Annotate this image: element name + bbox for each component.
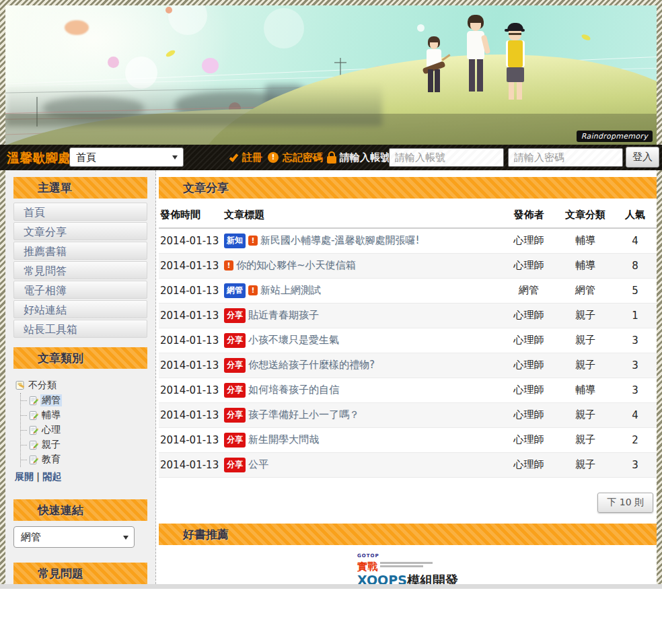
quick-links-select[interactable]: 網管 bbox=[13, 526, 135, 548]
articles-tbody: 2014-01-13 新知!新民國小輔導處-溫馨歇腳處開張囉! 心理師 輔導 4… bbox=[159, 228, 657, 477]
article-row: 2014-01-13 分享公平 心理師 親子 3 bbox=[159, 452, 657, 477]
col-date: 發佈時間 bbox=[159, 202, 223, 228]
bottom-gray-band bbox=[0, 584, 662, 589]
articles-table: 發佈時間 文章標題 發佈者 文章分類 人氣 2014-01-13 新知!新民國小… bbox=[159, 202, 657, 478]
article-row: 2014-01-13 分享你想送給孩子什麼樣的禮物? 心理師 親子 3 bbox=[159, 353, 657, 378]
article-row: 2014-01-13 分享小孩不壞只是愛生氣 心理師 親子 3 bbox=[159, 328, 657, 353]
article-title-link[interactable]: 新站上網測試 bbox=[260, 284, 321, 296]
category-root[interactable]: 不分類 bbox=[15, 378, 147, 393]
category-root-label: 不分類 bbox=[28, 380, 57, 392]
book-title-en: XOOPS bbox=[357, 573, 407, 585]
article-title-link[interactable]: 小孩不壞只是愛生氣 bbox=[248, 334, 339, 346]
category-badge[interactable]: 分享 bbox=[224, 408, 246, 423]
account-input[interactable] bbox=[389, 148, 504, 167]
page: Raindropmemory 溫馨歇腳處 首頁 註冊 ! 忘記密碼 請輸入帳號 … bbox=[0, 0, 662, 644]
sidebar-menu-item[interactable]: 文章分享 bbox=[13, 222, 147, 240]
book-title-zh1: 實戰 bbox=[357, 561, 377, 573]
login-button[interactable]: 登入 bbox=[626, 147, 659, 168]
article-publisher: 心理師 bbox=[501, 353, 557, 378]
article-title-link[interactable]: 公平 bbox=[248, 458, 268, 470]
check-icon bbox=[229, 152, 239, 162]
article-category: 親子 bbox=[557, 452, 614, 477]
category-badge[interactable]: 分享 bbox=[224, 358, 246, 373]
article-category: 親子 bbox=[557, 328, 614, 353]
article-category: 親子 bbox=[557, 427, 614, 452]
article-hits: 8 bbox=[614, 253, 657, 278]
article-title-link[interactable]: 貼近青春期孩子 bbox=[248, 309, 319, 321]
article-date: 2014-01-13 bbox=[159, 228, 223, 253]
article-title-cell: 分享小孩不壞只是愛生氣 bbox=[223, 328, 501, 353]
article-title-cell: !你的知心夥伴~小天使信箱 bbox=[223, 253, 501, 278]
category-badge[interactable]: 新知 bbox=[224, 234, 246, 248]
col-hits: 人氣 bbox=[614, 202, 657, 228]
book-cover[interactable]: GOTOP 實戰 XOOPS模組開發 XOOPS bbox=[357, 553, 458, 585]
article-hits: 5 bbox=[614, 278, 657, 303]
article-title-link[interactable]: 孩子準備好上小一了嗎？ bbox=[248, 408, 359, 421]
category-badge[interactable]: 分享 bbox=[224, 383, 246, 398]
sidebar-menu-item[interactable]: 站長工具箱 bbox=[13, 320, 147, 338]
pagination-row: 下 10 則 bbox=[159, 493, 653, 513]
books-header: 好書推薦 bbox=[159, 524, 657, 545]
expand-link[interactable]: 展開 bbox=[15, 471, 34, 482]
category-badge[interactable]: 分享 bbox=[224, 458, 246, 472]
article-row: 2014-01-13 分享孩子準備好上小一了嗎？ 心理師 親子 4 bbox=[159, 402, 657, 427]
article-hits: 2 bbox=[614, 427, 657, 452]
category-badge[interactable]: 網管 bbox=[224, 283, 246, 298]
article-title-link[interactable]: 新生開學大問哉 bbox=[248, 433, 319, 445]
articles-table-header-row: 發佈時間 文章標題 發佈者 文章分類 人氣 bbox=[159, 202, 657, 228]
article-row: 2014-01-13 分享新生開學大問哉 心理師 親子 2 bbox=[159, 427, 657, 452]
book-title-zh2: 模組開發 bbox=[407, 573, 458, 585]
forgot-password-link[interactable]: 忘記密碼 bbox=[283, 145, 323, 170]
category-tree-item[interactable]: 親子 bbox=[21, 437, 147, 452]
article-date: 2014-01-13 bbox=[159, 402, 223, 427]
category-tree-item[interactable]: 網管 bbox=[21, 393, 147, 408]
faq-section: 常見問題 bbox=[13, 563, 147, 584]
category-tree-item[interactable]: 心理 bbox=[21, 423, 147, 437]
bokeh-circle bbox=[417, 24, 425, 32]
article-title-link[interactable]: 新民國小輔導處-溫馨歇腳處開張囉! bbox=[260, 234, 419, 246]
bottom-white-area bbox=[0, 589, 662, 644]
category-tree-item[interactable]: 教育 bbox=[21, 452, 147, 467]
article-publisher: 心理師 bbox=[501, 303, 557, 328]
article-title-link[interactable]: 如何培養孩子的自信 bbox=[248, 384, 339, 396]
tree-expand-links: 展開|閤起 bbox=[15, 471, 147, 483]
article-title-cell: 分享新生開學大問哉 bbox=[223, 427, 501, 452]
orange-splash bbox=[65, 20, 89, 35]
sidebar-menu-item[interactable]: 電子相簿 bbox=[13, 281, 147, 299]
sidebar-menu-item[interactable]: 好站連結 bbox=[13, 300, 147, 318]
sidebar-menu-item[interactable]: 常見問答 bbox=[13, 261, 147, 279]
category-badge[interactable]: 分享 bbox=[224, 308, 246, 323]
article-title-link[interactable]: 你想送給孩子什麼樣的禮物? bbox=[248, 359, 375, 371]
collapse-link[interactable]: 閤起 bbox=[42, 471, 61, 482]
alert-icon: ! bbox=[248, 236, 258, 246]
article-title-link[interactable]: 你的知心夥伴~小天使信箱 bbox=[236, 259, 356, 271]
category-badge[interactable]: 分享 bbox=[224, 433, 246, 448]
page-nav-select[interactable]: 首頁 bbox=[69, 147, 184, 167]
category-tree-item[interactable]: 輔導 bbox=[21, 408, 147, 423]
bokeh-circle bbox=[264, 8, 304, 48]
next-10-button[interactable]: 下 10 則 bbox=[597, 493, 653, 513]
watermark-label: Raindropmemory bbox=[577, 131, 653, 142]
top-navbar: 溫馨歇腳處 首頁 註冊 ! 忘記密碼 請輸入帳號 登入 bbox=[0, 145, 662, 170]
article-hits: 1 bbox=[614, 303, 657, 328]
article-category: 親子 bbox=[557, 303, 614, 328]
article-title-cell: 分享貼近青春期孩子 bbox=[223, 303, 501, 328]
power-pole-crossbar bbox=[334, 62, 346, 63]
article-row: 2014-01-13 新知!新民國小輔導處-溫馨歇腳處開張囉! 心理師 輔導 4 bbox=[159, 228, 657, 253]
sidebar-menu-item[interactable]: 首頁 bbox=[13, 203, 147, 221]
article-hits: 4 bbox=[614, 228, 657, 253]
article-hits: 3 bbox=[614, 353, 657, 378]
sidebar-menu-item[interactable]: 推薦書籍 bbox=[13, 242, 147, 260]
register-link[interactable]: 註冊 bbox=[242, 145, 262, 170]
main-menu-section: 主選單 首頁文章分享推薦書籍常見問答電子相簿好站連結站長工具箱 bbox=[13, 177, 147, 338]
article-publisher: 心理師 bbox=[501, 402, 557, 427]
article-date: 2014-01-13 bbox=[159, 452, 223, 477]
category-badge[interactable]: 分享 bbox=[224, 333, 246, 348]
article-doc-icon bbox=[28, 396, 38, 406]
root-doc-icon bbox=[15, 380, 26, 391]
article-title-cell: 分享孩子準備好上小一了嗎？ bbox=[223, 402, 501, 427]
book-subtitle-lines bbox=[380, 562, 433, 569]
nav-select-wrapper: 首頁 bbox=[69, 147, 184, 167]
password-input[interactable] bbox=[508, 148, 623, 167]
yellow-leaf bbox=[581, 33, 591, 41]
